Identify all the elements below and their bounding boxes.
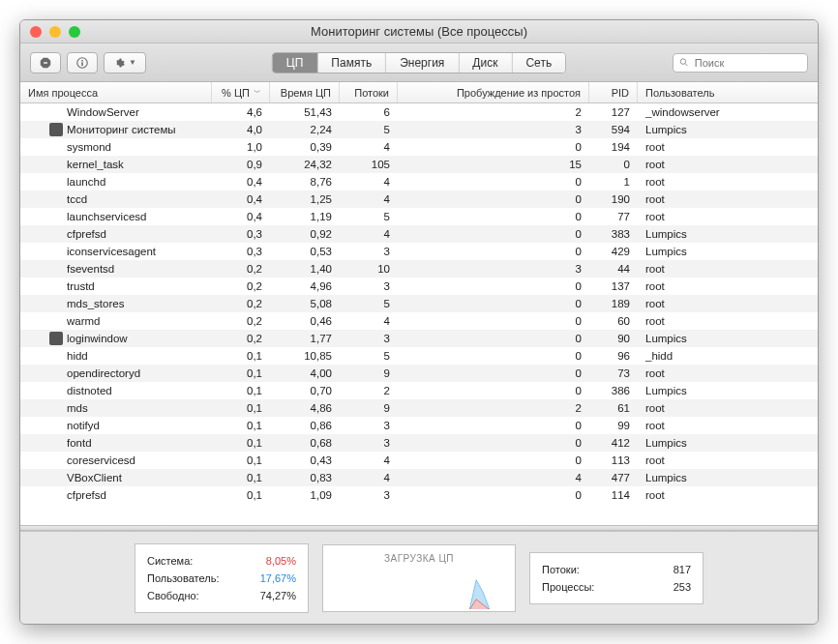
cell-time: 0,83	[270, 472, 340, 483]
table-row[interactable]: mds0,14,869261root	[20, 399, 818, 417]
cell-process-name: mds	[20, 401, 212, 415]
cell-cpu: 0,3	[212, 246, 270, 257]
cell-pid: 127	[589, 106, 638, 118]
cell-cpu: 0,1	[212, 489, 270, 501]
cell-cpu: 0,1	[212, 420, 270, 431]
info-button[interactable]	[67, 52, 98, 73]
cell-pid: 477	[589, 472, 638, 483]
cell-user: Lumpics	[638, 124, 818, 135]
user-value: 17,67%	[260, 570, 296, 587]
gear-icon	[113, 57, 125, 69]
cell-cpu: 0,4	[212, 193, 270, 205]
table-row[interactable]: warmd0,20,464060root	[20, 312, 818, 330]
table-row[interactable]: kernel_task0,924,32105150root	[20, 156, 818, 173]
table-row[interactable]: cfprefsd0,11,0930114root	[20, 486, 818, 504]
cell-cpu: 0,2	[212, 263, 270, 275]
table-row[interactable]: opendirectoryd0,14,009073root	[20, 365, 818, 382]
cell-threads: 9	[340, 402, 398, 414]
tab-disk[interactable]: Диск	[459, 53, 512, 73]
col-process-name[interactable]: Имя процесса	[20, 82, 212, 102]
sort-indicator-icon: ﹀	[254, 87, 261, 98]
col-cpu-time[interactable]: Время ЦП	[270, 82, 340, 102]
table-row[interactable]: launchd0,48,76401root	[20, 173, 818, 190]
cell-pid: 90	[589, 333, 638, 344]
svg-line-4	[685, 64, 687, 66]
table-row[interactable]: hidd0,110,855096_hidd	[20, 347, 818, 365]
table-row[interactable]: launchservicesd0,41,195077root	[20, 208, 818, 225]
cell-time: 24,32	[270, 159, 340, 170]
table-row[interactable]: loginwindow0,21,773090Lumpics	[20, 330, 818, 347]
cell-user: _windowserver	[638, 106, 818, 118]
cell-user: root	[638, 280, 818, 292]
col-idle-wakeups[interactable]: Пробуждение из простоя	[398, 82, 589, 102]
cell-time: 1,40	[270, 263, 340, 275]
options-menu-button[interactable]: ▼	[104, 52, 146, 73]
system-value: 8,05%	[266, 552, 296, 570]
cell-cpu: 0,1	[212, 367, 270, 379]
cell-process-name: trustd	[20, 279, 212, 293]
table-row[interactable]: iconservicesagent0,30,5330429Lumpics	[20, 243, 818, 260]
search-field[interactable]	[673, 53, 808, 73]
cell-process-name: hidd	[20, 349, 212, 363]
table-row[interactable]: fseventsd0,21,4010344root	[20, 260, 818, 278]
cell-threads: 4	[340, 228, 398, 240]
cell-threads: 4	[340, 141, 398, 153]
table-row[interactable]: mds_stores0,25,0850189root	[20, 295, 818, 312]
cell-wakeups: 4	[398, 472, 589, 483]
cell-threads: 4	[340, 315, 398, 327]
tab-network[interactable]: Сеть	[512, 53, 565, 73]
stop-process-button[interactable]	[30, 52, 61, 73]
cell-pid: 99	[589, 420, 638, 431]
table-row[interactable]: distnoted0,10,7020386Lumpics	[20, 382, 818, 399]
cell-wakeups: 0	[398, 193, 589, 205]
cell-process-name: fseventsd	[20, 262, 212, 276]
process-icon	[49, 332, 63, 345]
cell-cpu: 0,2	[212, 333, 270, 344]
cell-wakeups: 0	[398, 315, 589, 327]
table-row[interactable]: tccd0,41,2540190root	[20, 190, 818, 208]
info-icon	[76, 57, 88, 69]
cell-cpu: 0,4	[212, 176, 270, 188]
free-label: Свободно:	[147, 587, 199, 604]
svg-rect-2	[81, 60, 83, 62]
table-row[interactable]: Мониторинг системы4,02,2453594Lumpics	[20, 121, 818, 138]
cell-time: 4,00	[270, 367, 340, 379]
cell-threads: 2	[340, 385, 398, 396]
cell-pid: 60	[589, 315, 638, 327]
cell-user: Lumpics	[638, 437, 818, 449]
threads-value: 817	[673, 561, 691, 578]
table-row[interactable]: VBoxClient0,10,8344477Lumpics	[20, 469, 818, 486]
process-table-body[interactable]: WindowServer4,651,4362127_windowserverМо…	[20, 103, 818, 525]
cell-cpu: 1,0	[212, 141, 270, 153]
cell-wakeups: 0	[398, 211, 589, 222]
svg-rect-1	[81, 62, 83, 66]
cell-user: root	[638, 263, 818, 275]
col-pid[interactable]: PID	[589, 82, 638, 102]
cell-cpu: 0,2	[212, 280, 270, 292]
col-threads[interactable]: Потоки	[340, 82, 398, 102]
table-row[interactable]: sysmond1,00,3940194root	[20, 138, 818, 156]
tab-memory[interactable]: Память	[317, 53, 386, 73]
cell-pid: 61	[589, 402, 638, 414]
cell-threads: 4	[340, 472, 398, 483]
cell-pid: 194	[589, 141, 638, 153]
table-row[interactable]: WindowServer4,651,4362127_windowserver	[20, 103, 818, 121]
cell-user: Lumpics	[638, 246, 818, 257]
cell-pid: 594	[589, 124, 638, 135]
table-row[interactable]: notifyd0,10,863099root	[20, 417, 818, 434]
cell-threads: 3	[340, 420, 398, 431]
cell-pid: 1	[589, 176, 638, 188]
cell-process-name: launchservicesd	[20, 210, 212, 223]
col-cpu-percent[interactable]: % ЦП﹀	[212, 82, 270, 102]
tab-energy[interactable]: Энергия	[386, 53, 459, 73]
tab-cpu[interactable]: ЦП	[273, 53, 318, 73]
search-input[interactable]	[693, 56, 801, 70]
table-row[interactable]: coreservicesd0,10,4340113root	[20, 452, 818, 469]
table-row[interactable]: trustd0,24,9630137root	[20, 278, 818, 295]
cpu-load-chart-panel: ЗАГРУЗКА ЦП	[322, 544, 516, 612]
cell-pid: 77	[589, 211, 638, 222]
table-row[interactable]: cfprefsd0,30,9240383Lumpics	[20, 225, 818, 243]
table-row[interactable]: fontd0,10,6830412Lumpics	[20, 434, 818, 452]
cell-threads: 4	[340, 193, 398, 205]
col-user[interactable]: Пользователь	[638, 82, 804, 102]
